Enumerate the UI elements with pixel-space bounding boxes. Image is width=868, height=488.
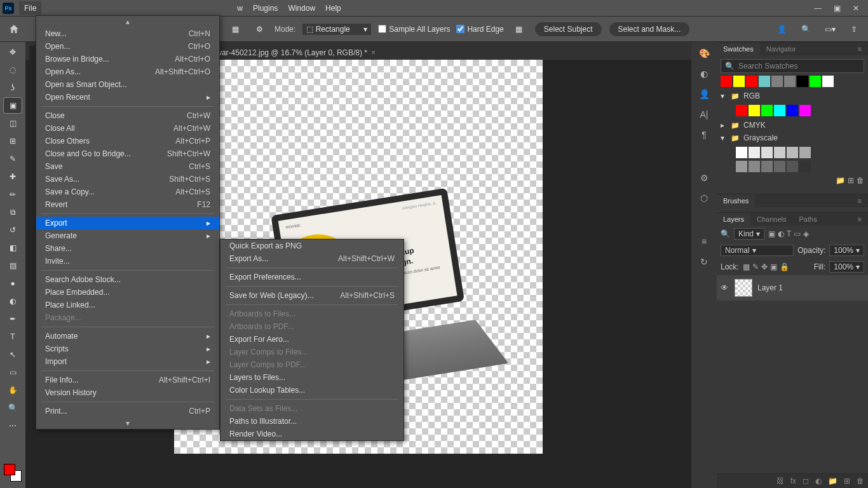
layer-row[interactable]: 👁 Layer 1 (717, 275, 868, 301)
menu-scroll-down-icon[interactable]: ▾ (36, 417, 219, 429)
menu-export[interactable]: Export▸ (36, 217, 219, 229)
tab-brushes[interactable]: Brushes (717, 194, 755, 207)
menu-save-for-web[interactable]: Save for Web (Legacy)...Alt+Shift+Ctrl+S (220, 289, 403, 302)
move-tool-icon[interactable]: ✥ (4, 44, 22, 60)
panel-menu-icon[interactable]: ≡ (851, 43, 868, 55)
lock-transparency-icon[interactable]: ▦ (743, 262, 750, 271)
swatch[interactable] (749, 105, 760, 116)
mode-select[interactable]: ⬚ Rectangle ▾ (302, 23, 372, 36)
swatch-folder-icon[interactable]: 📁 (836, 176, 845, 185)
eraser-tool-icon[interactable]: ◧ (4, 240, 22, 255)
swatch[interactable] (799, 161, 811, 172)
blend-mode-select[interactable]: Normal ▾ (721, 245, 794, 256)
swatch[interactable] (736, 161, 747, 172)
healing-tool-icon[interactable]: ✚ (4, 169, 22, 184)
tab-swatches[interactable]: Swatches (717, 43, 760, 55)
menu-save-as[interactable]: Save As...Shift+Ctrl+S (36, 173, 219, 186)
menu-close[interactable]: CloseCtrl+W (36, 109, 219, 122)
type-tool-icon[interactable]: T (4, 329, 22, 344)
menu-color-lookup[interactable]: Color Lookup Tables... (220, 384, 403, 396)
maximize-icon[interactable]: ▣ (827, 0, 846, 17)
menu-open[interactable]: Open...Ctrl+O (36, 40, 219, 53)
filter-shape-icon[interactable]: ▭ (794, 229, 801, 238)
path-tool-icon[interactable]: ↖ (4, 347, 22, 362)
layer-thumbnail[interactable] (735, 279, 752, 297)
filter-pixel-icon[interactable]: ▣ (768, 229, 775, 238)
swatch[interactable] (799, 147, 811, 158)
swatch[interactable] (822, 76, 834, 87)
menu-window[interactable]: Window (283, 1, 320, 15)
select-subject-button[interactable]: Select Subject (534, 22, 602, 37)
menu-place-embedded[interactable]: Place Embedded... (36, 286, 219, 299)
menu-print[interactable]: Print...Ctrl+P (36, 405, 219, 417)
sample-all-checkbox[interactable]: Sample All Layers (378, 25, 450, 34)
eyedropper-tool-icon[interactable]: ✎ (4, 151, 22, 166)
swatch-new-icon[interactable]: ⊞ (848, 176, 854, 185)
menu-import[interactable]: Import▸ (36, 355, 219, 368)
paragraph-panel-icon[interactable]: ¶ (702, 130, 707, 140)
menu-export-as[interactable]: Export As...Alt+Shift+Ctrl+W (220, 252, 403, 265)
blur-tool-icon[interactable]: ● (4, 276, 22, 291)
clone-tool-icon[interactable]: ⧉ (4, 205, 22, 220)
actions-panel-icon[interactable]: ↻ (700, 257, 708, 267)
menu-close-bridge[interactable]: Close and Go to Bridge...Shift+Ctrl+W (36, 147, 219, 160)
layer-filter-kind[interactable]: Kind ▾ (734, 228, 764, 240)
color-panel-icon[interactable]: 🎨 (699, 48, 710, 58)
lock-all-icon[interactable]: 🔒 (780, 262, 789, 271)
layer-visibility-icon[interactable]: 👁 (721, 283, 729, 292)
layer-fx-icon[interactable]: fx (790, 477, 796, 485)
home-icon[interactable] (5, 20, 23, 38)
swatch[interactable] (810, 76, 821, 87)
adjustment-layer-icon[interactable]: ◐ (815, 477, 822, 485)
swatch[interactable] (784, 76, 796, 87)
swatch[interactable] (771, 76, 783, 87)
menu-file[interactable]: File (19, 1, 41, 15)
menu-place-linked[interactable]: Place Linked... (36, 299, 219, 311)
swatch[interactable] (787, 161, 798, 172)
menu-scripts[interactable]: Scripts▸ (36, 342, 219, 355)
menu-layers-files[interactable]: Layers to Files... (220, 371, 403, 384)
zoom-tool-icon[interactable]: 🔍 (4, 400, 22, 416)
libraries-panel-icon[interactable]: 👤 (699, 89, 710, 99)
menu-open-as[interactable]: Open As...Alt+Shift+Ctrl+O (36, 65, 219, 78)
swatch[interactable] (774, 161, 785, 172)
shape-tool-icon[interactable]: ▭ (4, 365, 22, 380)
delete-layer-icon[interactable]: 🗑 (857, 477, 864, 485)
properties-panel-icon[interactable]: ⚙ (700, 173, 709, 183)
grid-icon[interactable]: ▦ (226, 20, 244, 38)
tab-layers[interactable]: Layers (717, 213, 750, 226)
menu-file-info[interactable]: File Info...Alt+Shift+Ctrl+I (36, 374, 219, 386)
filter-smart-icon[interactable]: ◈ (803, 229, 809, 238)
layer-mask-icon[interactable]: ◻ (803, 477, 809, 485)
share-icon[interactable]: ⇪ (845, 20, 863, 38)
menu-close-all[interactable]: Close AllAlt+Ctrl+W (36, 122, 219, 135)
cloud-user-icon[interactable]: 👤 (773, 20, 790, 38)
color-swatches[interactable] (4, 464, 22, 482)
menu-export-prefs[interactable]: Export Preferences... (220, 271, 403, 283)
adjustments-panel-icon[interactable]: ◐ (700, 69, 708, 79)
menu-plugins[interactable]: Plugins (248, 1, 283, 15)
swatch[interactable] (787, 147, 798, 158)
layer-name[interactable]: Layer 1 (757, 283, 783, 292)
menu-render-video[interactable]: Render Video... (220, 428, 403, 440)
swatch[interactable] (774, 105, 785, 116)
frame-tool-icon[interactable]: ⊞ (4, 133, 22, 149)
history-brush-icon[interactable]: ↺ (4, 222, 22, 238)
lock-artboard-icon[interactable]: ▣ (770, 262, 777, 271)
tab-close-icon[interactable]: × (371, 48, 376, 57)
swatch[interactable] (736, 147, 747, 158)
menu-quick-export[interactable]: Quick Export as PNG (220, 240, 403, 252)
search-icon[interactable]: 🔍 (797, 20, 815, 38)
swatch[interactable] (774, 147, 785, 158)
filter-adjust-icon[interactable]: ◐ (778, 229, 784, 238)
cmyk-folder[interactable]: ▸📁 CMYK (721, 119, 864, 132)
fill-input[interactable]: 100% ▾ (829, 261, 864, 273)
rgb-folder[interactable]: ▾📁 RGB (721, 90, 864, 102)
lock-position-icon[interactable]: ✥ (761, 262, 768, 271)
menu-partial[interactable]: w (232, 1, 248, 15)
panel-menu-icon[interactable]: ≡ (851, 213, 868, 226)
history-panel-icon[interactable]: ≡ (702, 236, 707, 247)
swatch[interactable] (799, 105, 811, 116)
3d-panel-icon[interactable]: ⬡ (700, 193, 708, 203)
hand-tool-icon[interactable]: ✋ (4, 383, 22, 398)
